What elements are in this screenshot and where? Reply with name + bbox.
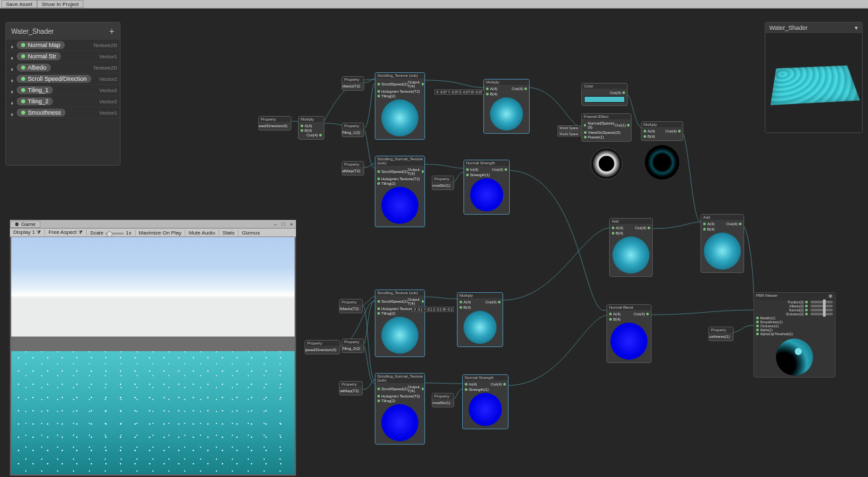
node-normal-strength-b[interactable]: Normal Strength In(4)Out(4) Strength(1) <box>462 374 508 429</box>
window-max-icon[interactable]: □ <box>280 221 287 227</box>
main-preview-panel[interactable]: Water_Shader ▾ <box>765 22 863 133</box>
node-scrolling-normal-b[interactable]: Scrolling_Normal_Texture (sub) ScrollSpe… <box>375 373 425 445</box>
node-property-normalstr-2[interactable]: Property NormalStr(1) <box>432 393 454 407</box>
property-row[interactable]: Normal Str Vector1 <box>6 51 120 62</box>
preview-dropdown-icon[interactable]: ▾ <box>855 25 858 31</box>
node-scrolling-normal-a[interactable]: Scrolling_Normal_Texture (sub) ScrollSpe… <box>375 156 425 227</box>
node-multiply-tex-b[interactable]: Multiply A(4)Out(4) B(4) <box>457 292 503 347</box>
stats-toggle[interactable]: Stats <box>219 230 238 236</box>
water-surface <box>11 351 295 474</box>
multiply-fresnel-preview <box>645 145 679 180</box>
node-property-scrollspeed-2[interactable]: Property ScrollSpeed/Direction(4) <box>305 340 340 354</box>
node-property-normalstr[interactable]: Property NormalStr(1) <box>432 176 454 190</box>
gizmos-dropdown[interactable]: Gizmos <box>238 230 263 236</box>
unity-icon <box>15 222 19 227</box>
chevron-right-icon[interactable] <box>11 111 15 115</box>
display-dropdown[interactable]: Display 1 ⧩ <box>10 229 45 236</box>
node-add-2[interactable]: Add A(4)Out(4) B(4) <box>700 214 744 273</box>
window-close-icon[interactable]: × <box>288 221 295 227</box>
fresnel-space-b[interactable]: World Space <box>557 131 581 136</box>
node-property-tiling1[interactable]: Property Tiling_1(2) <box>342 123 364 137</box>
node-property-normalmap-2[interactable]: Property NormalMap(T2) <box>339 381 363 396</box>
node-color[interactable]: Color Out(4) <box>581 83 628 106</box>
node-property-tiling2[interactable]: Property Tiling_2(2) <box>342 339 364 353</box>
maximize-on-play-toggle[interactable]: Maximize On Play <box>136 230 185 236</box>
node-add-1[interactable]: Add A(4)Out(4) B(4) <box>609 218 653 277</box>
fresnel-space-a[interactable]: World Space <box>557 125 581 131</box>
node-scrolling-texture-b[interactable]: Scrolling_Texture (sub) ScrollSpeed(2)Ou… <box>375 290 425 357</box>
chevron-right-icon[interactable] <box>11 43 15 47</box>
game-viewport[interactable] <box>11 237 295 474</box>
blackboard-properties: Normal Map Texture2D Normal Str Vector1 … <box>6 40 120 165</box>
node-pbr-master[interactable]: PBR Master✻ Position(3) Albedo(3) Normal… <box>753 292 836 378</box>
node-property-normalmap[interactable]: Property NormalMap(T2) <box>342 161 364 176</box>
aspect-dropdown[interactable]: Free Aspect ⧩ <box>45 229 87 236</box>
fresnel-preview <box>588 145 625 182</box>
node-fresnel[interactable]: Fresnel Effect Normal(Space)(3)Out(1) Vi… <box>581 113 632 142</box>
game-window-tabbar: Game – □ × <box>10 220 296 229</box>
property-row[interactable]: Tiling_1 Vector2 <box>6 85 120 96</box>
property-row[interactable]: Scroll Speed/Direction Vector2 <box>6 74 120 85</box>
chevron-right-icon[interactable] <box>11 66 15 70</box>
node-property-albedo[interactable]: Property Albedo(T2) <box>342 76 364 91</box>
scale-control[interactable]: Scale1x <box>87 230 135 236</box>
chevron-right-icon[interactable] <box>11 88 15 92</box>
window-min-icon[interactable]: – <box>272 221 279 227</box>
top-toolbar: Save Asset Show In Project <box>0 0 868 9</box>
chevron-right-icon[interactable] <box>11 99 15 103</box>
node-multiply-fresnel[interactable]: Multiply A(4)Out(4) B(4) <box>641 121 683 141</box>
chevron-right-icon[interactable] <box>11 54 15 58</box>
blackboard-title: Water_Shader <box>11 28 54 35</box>
game-toolbar: Display 1 ⧩ Free Aspect ⧩ Scale1x Maximi… <box>10 229 296 237</box>
sky <box>11 237 295 337</box>
preview-water-plane <box>771 66 860 105</box>
edge-constant-label-a: X -0.07 Y -0.07 Z -0.07 W -0.07 <box>434 89 485 95</box>
property-row[interactable]: Smoothness Vector1 <box>6 107 120 119</box>
preview-title: Water_Shader <box>769 25 808 31</box>
show-in-project-button[interactable]: Show In Project <box>37 0 83 8</box>
node-normal-blend[interactable]: Normal Blend A(4)Out(4) B(4) <box>606 304 651 363</box>
property-row[interactable]: Albedo Texture2D <box>6 62 120 74</box>
node-multiply-small[interactable]: Multiply A(4) B(4) Out(4) <box>298 116 324 140</box>
blackboard-add-button[interactable]: + <box>109 26 115 36</box>
property-row[interactable]: Tiling_2 Vector2 <box>6 96 120 107</box>
node-normal-strength-a[interactable]: Normal Strength In(4)Out(4) Strength(1) <box>463 160 510 215</box>
ground <box>11 337 295 350</box>
node-scrolling-texture-a[interactable]: Scrolling_Texture (sub) ScrollSpeed(2)Ou… <box>375 72 425 140</box>
shader-graph-workspace[interactable]: Water_Shader + Normal Map Texture2D Norm… <box>0 9 868 477</box>
gear-icon[interactable]: ✻ <box>828 293 833 299</box>
game-window[interactable]: Game – □ × Display 1 ⧩ Free Aspect ⧩ Sca… <box>9 219 297 476</box>
node-property-albedo-2[interactable]: Property Albedo(T2) <box>339 299 363 313</box>
chevron-right-icon[interactable] <box>11 77 15 81</box>
property-row[interactable]: Normal Map Texture2D <box>6 40 120 51</box>
mute-audio-toggle[interactable]: Mute Audio <box>185 230 219 236</box>
game-tab[interactable]: Game <box>10 221 40 228</box>
save-asset-button[interactable]: Save Asset <box>1 0 37 8</box>
preview-viewport[interactable] <box>765 33 862 132</box>
blackboard-panel[interactable]: Water_Shader + Normal Map Texture2D Norm… <box>5 22 121 166</box>
pbr-master-preview <box>776 339 813 376</box>
node-property-scrollspeed[interactable]: Property ScrollSpeed/Direction(4) <box>258 116 291 131</box>
edge-constant-label-b: X -0.1 Y -0.1 Z -0.1 W -0.1 <box>412 307 454 312</box>
node-multiply-tex-a[interactable]: Multiply A(4)Out(4) B(4) <box>483 79 530 134</box>
node-property-smoothness[interactable]: Property Smoothness(1) <box>708 327 734 341</box>
